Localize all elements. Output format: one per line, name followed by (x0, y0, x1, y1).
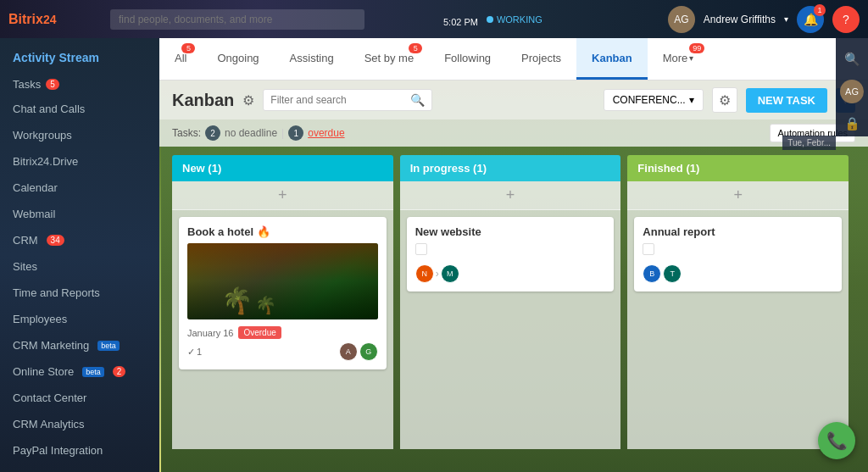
card-checkbox[interactable] (415, 243, 427, 255)
logo[interactable]: Bitrix 24 (0, 12, 102, 27)
kanban-gear-button[interactable]: ⚙ (712, 87, 737, 113)
sidebar-tasks-label: Tasks (13, 78, 41, 91)
phone-icon: 📞 (826, 430, 848, 451)
sidebar-item-webmail[interactable]: Webmail (0, 201, 159, 227)
header-search-input[interactable] (110, 9, 364, 30)
sidebar-item-crm-analytics[interactable]: CRM Analytics (0, 411, 159, 437)
tasks-count: 2 (205, 125, 220, 141)
card-new-website-title: New website (415, 225, 606, 238)
conference-button[interactable]: CONFERENC... ▾ (604, 89, 704, 111)
tab-all[interactable]: All 5 (159, 38, 202, 80)
header-working-status: WORKING (487, 14, 542, 25)
column-new-add[interactable]: + (172, 181, 393, 210)
tab-projects-label: Projects (521, 52, 561, 64)
green-phone-button[interactable]: 📞 (818, 422, 855, 459)
card-website-checkbox-row (415, 243, 606, 258)
header-right: AG Andrew Griffiths ▾ 🔔 1 ? (668, 6, 868, 33)
overdue-label[interactable]: overdue (308, 127, 344, 139)
sidebar-workgroups-label: Workgroups (13, 129, 72, 142)
sidebar-item-drive[interactable]: Bitrix24.Drive (0, 148, 159, 175)
sidebar-item-online-store[interactable]: Online Store beta 2 (0, 358, 159, 385)
sidebar-crm-analytics-label: CRM Analytics (13, 418, 85, 430)
logo-version: 24 (43, 13, 57, 26)
tab-following[interactable]: Following (429, 38, 506, 80)
sidebar-online-store-label: Online Store (13, 365, 74, 378)
right-user-icon[interactable]: AG (839, 79, 865, 104)
avatar-6: T (663, 264, 682, 283)
notifications-button[interactable]: 🔔 1 (797, 6, 824, 33)
sidebar-crm-marketing-badge: beta (97, 341, 120, 351)
tab-set-by-me-badge: 5 (409, 43, 422, 53)
tab-kanban-label: Kanban (592, 52, 632, 64)
sidebar-item-crm[interactable]: CRM 34 (0, 227, 159, 253)
right-search-icon[interactable]: 🔍 (839, 47, 865, 72)
sidebar-activity-stream[interactable]: Activity Stream (0, 42, 159, 73)
column-new-cards: Book a hotel 🔥 🌴 🌴 January 16 Overdue (172, 210, 393, 449)
sidebar-item-calendar[interactable]: Calendar (0, 175, 159, 201)
checkmark-icon: ✓ (187, 347, 195, 358)
sidebar-item-chat[interactable]: Chat and Calls (0, 96, 159, 122)
sidebar-contact-center-label: Contact Center (13, 391, 86, 404)
column-in-progress-header: In progress (1) (400, 155, 621, 181)
sidebar-item-crm-marketing[interactable]: CRM Marketing beta (0, 332, 159, 358)
tab-bar: All 5 Ongoing Assisting Set by me 5 Foll… (159, 38, 868, 81)
card-report-checkbox-row (643, 243, 833, 258)
column-finished-add[interactable]: + (627, 181, 849, 210)
sidebar-item-workgroups[interactable]: Workgroups (0, 122, 159, 148)
column-new-header: New (1) (172, 155, 393, 181)
column-finished-header: Finished (1) (627, 155, 849, 181)
sidebar-paypal-label: PayPal Integration (13, 444, 103, 457)
card-website-title-text: New website (415, 225, 481, 238)
sidebar-crm-marketing-label: CRM Marketing (13, 339, 89, 352)
date-indicator: Tue, Febr... (782, 136, 836, 150)
user-dropdown-arrow[interactable]: ▾ (784, 14, 788, 24)
column-finished-label: Finished (637, 162, 682, 175)
help-icon: ? (843, 13, 849, 26)
avatar-4: M (441, 264, 459, 283)
header-time: 5:02PM (441, 8, 478, 31)
sidebar-tasks-row[interactable]: Tasks 5 (0, 73, 159, 96)
new-task-button[interactable]: NEW TASK (746, 88, 827, 113)
sidebar-item-contact-center[interactable]: Contact Center (0, 385, 159, 411)
sidebar-item-paypal[interactable]: PayPal Integration (0, 437, 159, 464)
kanban-search-box: 🔍 (263, 89, 432, 111)
card-report-checkbox[interactable] (643, 243, 654, 255)
card-book-hotel-title: Book a hotel 🔥 (187, 225, 378, 238)
no-deadline-label: no deadline (225, 127, 277, 139)
header-search-container (110, 9, 364, 30)
help-button[interactable]: ? (832, 6, 860, 33)
tab-assisting[interactable]: Assisting (275, 38, 349, 80)
sidebar-item-employees[interactable]: Employees (0, 306, 159, 332)
tab-ongoing-label: Ongoing (217, 52, 259, 64)
tab-ongoing[interactable]: Ongoing (202, 38, 274, 80)
kanban-area: New (1) + Book a hotel 🔥 🌴 🌴 (159, 147, 868, 458)
tab-kanban[interactable]: Kanban (576, 38, 648, 80)
column-in-progress-add[interactable]: + (400, 181, 621, 210)
kanban-title: Kanban (172, 91, 234, 110)
card-hotel-image: 🌴 🌴 (187, 243, 378, 319)
tab-more[interactable]: More ▾ 99 (648, 38, 709, 80)
kanban-search-input[interactable] (270, 94, 410, 106)
sidebar-online-store-count-badge: 2 (113, 366, 126, 377)
overdue-badge: Overdue (238, 326, 281, 339)
card-hotel-meta: ✓ 1 A G (187, 342, 378, 361)
sidebar-sites-label: Sites (13, 260, 37, 273)
gear-icon: ⚙ (719, 92, 731, 108)
main-content: All 5 Ongoing Assisting Set by me 5 Foll… (159, 38, 868, 472)
header: Bitrix 24 5:02PM WORKING AG Andrew Griff… (0, 0, 868, 38)
sidebar-item-sites[interactable]: Sites (0, 253, 159, 280)
kanban-column-finished: Finished (1) + Annual report B T (627, 155, 849, 449)
logo-text: Bitrix (8, 12, 43, 27)
sidebar-item-time-reports[interactable]: Time and Reports (0, 280, 159, 306)
right-lock-icon[interactable]: 🔒 (839, 111, 865, 136)
tab-set-by-me[interactable]: Set by me 5 (349, 38, 430, 80)
tab-more-label: More (663, 52, 688, 64)
sidebar: Activity Stream Tasks 5 Chat and Calls W… (0, 38, 159, 472)
conference-dropdown-icon: ▾ (689, 94, 694, 106)
tab-following-label: Following (444, 52, 491, 64)
kanban-settings-icon[interactable]: ⚙ (242, 92, 254, 108)
tab-projects[interactable]: Projects (506, 38, 576, 80)
sidebar-online-store-beta-badge: beta (82, 367, 104, 377)
sidebar-item-mind-map[interactable]: Mind Map (0, 464, 159, 472)
user-avatar[interactable]: AG (668, 6, 695, 33)
